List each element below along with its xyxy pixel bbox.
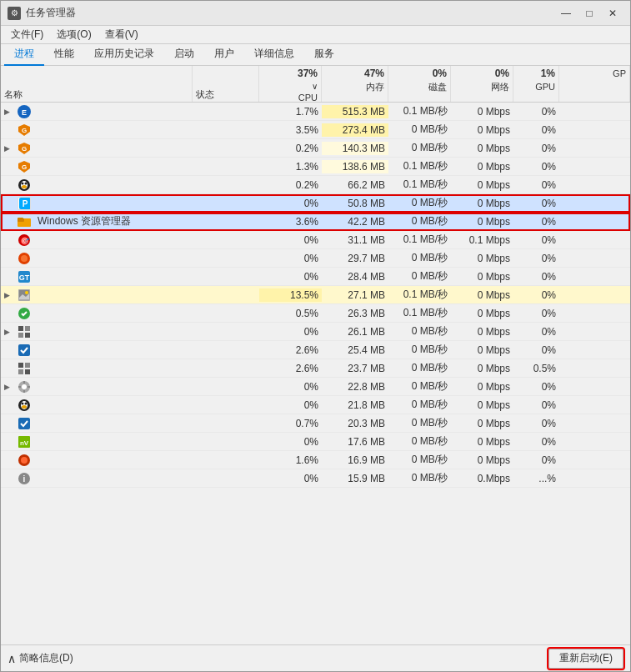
col-header-gpu[interactable]: 1% GPU <box>513 66 559 102</box>
close-button[interactable]: ✕ <box>602 5 623 22</box>
col-header-disk[interactable]: 0% 磁盘 <box>388 66 451 102</box>
tab-process[interactable]: 进程 <box>4 43 44 66</box>
tab-services[interactable]: 服务 <box>304 43 344 66</box>
menu-options[interactable]: 选项(O) <box>50 26 98 43</box>
table-row[interactable]: GT0%28.4 MB0 MB/秒0 Mbps0% <box>1 268 630 286</box>
expand-arrow-icon[interactable]: ▶ <box>4 291 14 299</box>
tab-app-history[interactable]: 应用历史记录 <box>84 43 164 66</box>
refresh-button[interactable]: 重新启动(E) <box>548 649 623 669</box>
table-row[interactable]: Windows 资源管理器3.6%42.2 MB0 MB/秒0 Mbps0% <box>1 213 630 231</box>
tab-details[interactable]: 详细信息 <box>244 43 304 66</box>
table-row[interactable]: ▶E1.7%515.3 MB0.1 MB/秒0 Mbps0% <box>1 103 630 121</box>
cell-gpu2 <box>559 386 630 388</box>
cell-process-name: ▶G <box>1 141 193 156</box>
expand-arrow-icon[interactable]: ▶ <box>4 108 14 116</box>
table-row[interactable]: 0.7%20.3 MB0 MB/秒0 Mbps0% <box>1 414 630 433</box>
col-header-memory[interactable]: 47% 内存 <box>322 66 388 102</box>
expand-summary[interactable]: ∧ 简略信息(D) <box>8 651 73 665</box>
menu-file[interactable]: 文件(F) <box>4 26 50 43</box>
cell-gpu2 <box>559 478 630 479</box>
table-row[interactable]: P0%50.8 MB0 MB/秒0 Mbps0% <box>1 194 630 213</box>
cell-network: 0.Mbps <box>451 472 513 485</box>
table-row[interactable]: 0.2%66.2 MB0.1 MB/秒0 Mbps0% <box>1 176 630 194</box>
cell-status <box>193 404 259 406</box>
cell-network: 0 Mbps <box>451 417 513 430</box>
cell-status <box>193 258 259 259</box>
table-row[interactable]: 1.6%16.9 MB0 MB/秒0 Mbps0% <box>1 451 630 469</box>
cell-disk: 0.1 MB/秒 <box>388 232 451 248</box>
table-row[interactable]: ▶0%26.1 MB0 MB/秒0 Mbps0% <box>1 323 630 341</box>
svg-point-46 <box>22 402 24 404</box>
cell-process-name: 🎯 <box>1 233 193 248</box>
cell-network: 0 Mbps <box>451 288 513 302</box>
svg-point-53 <box>21 457 28 464</box>
cell-status <box>193 148 259 149</box>
col-header-cpu[interactable]: 37% ∨ CPU <box>259 66 322 102</box>
table-row[interactable]: nV0%17.6 MB0 MB/秒0 Mbps0% <box>1 433 630 451</box>
cell-network: 0 Mbps <box>451 178 513 192</box>
svg-rect-31 <box>18 333 23 338</box>
cell-network: 0 Mbps <box>451 344 513 357</box>
col-header-status[interactable]: 状态 <box>193 66 259 102</box>
process-icon <box>18 417 31 430</box>
cell-gpu: 0% <box>513 435 559 449</box>
expand-arrow-icon[interactable]: ▶ <box>4 383 14 391</box>
table-row[interactable]: ▶13.5%27.1 MB0.1 MB/秒0 Mbps0% <box>1 286 630 304</box>
cell-gpu: 0% <box>513 344 559 357</box>
table-row[interactable]: 🎯0%31.1 MB0.1 MB/秒0.1 Mbps0% <box>1 231 630 249</box>
cell-status <box>193 331 259 333</box>
cell-network: 0 Mbps <box>451 142 513 155</box>
svg-rect-33 <box>18 344 30 356</box>
table-row[interactable]: 0%29.7 MB0 MB/秒0 Mbps0% <box>1 249 630 268</box>
table-row[interactable]: ▶0%22.8 MB0 MB/秒0 Mbps0% <box>1 378 630 396</box>
cell-disk: 0.1 MB/秒 <box>388 158 451 174</box>
table-row[interactable]: G3.5%273.4 MB0 MB/秒0 Mbps0% <box>1 121 630 139</box>
svg-text:i: i <box>23 474 26 484</box>
cell-memory: 21.8 MB <box>322 399 388 412</box>
menu-view[interactable]: 查看(V) <box>98 26 145 43</box>
maximize-button[interactable]: □ <box>578 5 600 22</box>
tab-bar: 进程 性能 应用历史记录 启动 用户 详细信息 服务 <box>1 44 630 66</box>
col-header-network[interactable]: 0% 网络 <box>451 66 513 102</box>
cell-gpu: 0% <box>513 380 559 394</box>
process-icon: G <box>18 123 31 137</box>
svg-text:P: P <box>23 199 28 208</box>
col-header-gpu2[interactable]: GP <box>559 66 630 102</box>
cell-gpu: 0% <box>513 215 559 228</box>
svg-point-47 <box>25 402 28 404</box>
cell-gpu2 <box>559 111 630 113</box>
table-row[interactable]: 0%21.8 MB0 MB/秒0 Mbps0% <box>1 396 630 414</box>
cell-memory: 138.6 MB <box>322 160 388 173</box>
tab-startup[interactable]: 启动 <box>164 43 204 66</box>
cell-status <box>193 203 259 204</box>
process-icon <box>18 362 31 375</box>
table-row[interactable]: 2.6%23.7 MB0 MB/秒0 Mbps0.5% <box>1 359 630 378</box>
svg-point-39 <box>22 384 27 389</box>
col-header-name[interactable]: 名称 <box>1 66 193 102</box>
svg-text:🎯: 🎯 <box>20 236 30 246</box>
cell-memory: 25.4 MB <box>322 344 388 357</box>
table-row[interactable]: 2.6%25.4 MB0 MB/秒0 Mbps0% <box>1 341 630 359</box>
minimize-button[interactable]: — <box>555 5 577 22</box>
table-row[interactable]: G1.3%138.6 MB0.1 MB/秒0 Mbps0% <box>1 158 630 176</box>
tab-performance[interactable]: 性能 <box>44 43 84 66</box>
svg-text:nV: nV <box>20 439 29 447</box>
cell-gpu2 <box>559 404 630 406</box>
table-row[interactable]: i0%15.9 MB0 MB/秒0.Mbps...% <box>1 469 630 488</box>
tab-users[interactable]: 用户 <box>204 43 244 66</box>
cell-memory: 26.3 MB <box>322 307 388 320</box>
svg-rect-36 <box>18 369 23 374</box>
svg-point-10 <box>22 182 24 184</box>
cell-network: 0 Mbps <box>451 399 513 412</box>
table-row[interactable]: ▶G0.2%140.3 MB0 MB/秒0 Mbps0% <box>1 139 630 158</box>
window-title: 任务管理器 <box>26 6 555 20</box>
svg-rect-29 <box>18 326 23 331</box>
expand-arrow-icon[interactable]: ▶ <box>4 328 14 336</box>
cell-process-name <box>1 453 193 468</box>
process-icon <box>18 344 31 357</box>
table-row[interactable]: 0.5%26.3 MB0.1 MB/秒0 Mbps0% <box>1 304 630 323</box>
cell-process-name: ▶ <box>1 324 193 339</box>
cell-memory: 27.1 MB <box>322 288 388 302</box>
expand-arrow-icon[interactable]: ▶ <box>4 144 14 153</box>
cell-gpu: 0% <box>513 142 559 155</box>
